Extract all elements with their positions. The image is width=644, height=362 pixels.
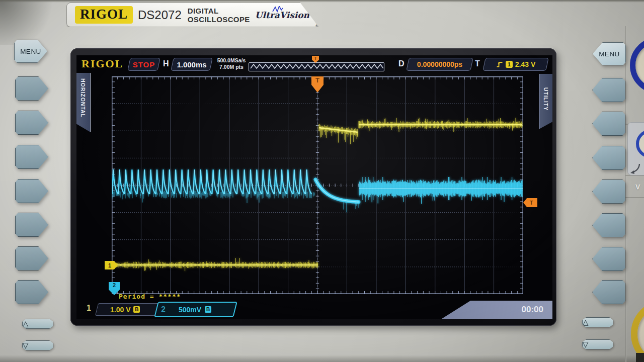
trigger-level-marker[interactable]: T	[523, 198, 537, 207]
ultravision-logo: UltraVision	[255, 10, 309, 20]
menu-label: MENU	[20, 48, 41, 55]
panel-gap	[636, 353, 644, 362]
model-number: DS2072	[138, 8, 182, 22]
left-soft-button-3[interactable]	[15, 145, 47, 168]
photo-corner-shadow	[0, 0, 60, 45]
timebase-box: 1.000ms	[172, 58, 211, 71]
memory-position-bar	[249, 62, 384, 71]
down-arrow-icon: ▽	[583, 340, 589, 348]
lcd-display: RIGOL STOP H 1.000ms 500.0MSa/s 7.00M pt…	[76, 55, 552, 319]
sample-rate: 500.0MSa/s	[214, 57, 249, 64]
right-soft-button-5[interactable]	[592, 213, 624, 236]
clock: 00:00	[522, 305, 543, 315]
right-soft-button-4[interactable]	[592, 179, 624, 203]
waveform-graticule	[112, 76, 523, 294]
right-soft-button-3[interactable]	[592, 146, 624, 169]
up-arrow-icon: △	[583, 318, 589, 326]
delay-label: D	[398, 59, 405, 68]
ultravision-spark-icon	[272, 6, 283, 13]
ch2-status[interactable]: 2 500mV B	[156, 302, 235, 317]
model-badge: RIGOL DS2072 DIGITAL OSCILLOSCOPE UltraV…	[66, 3, 319, 27]
trigger-label: T	[475, 59, 480, 68]
tab-horizontal: HORIZONTAL	[76, 73, 91, 132]
left-soft-button-4[interactable]	[15, 179, 47, 202]
right-soft-button-7[interactable]	[592, 280, 624, 303]
panel-seam	[625, 197, 644, 198]
measurement-readout: Period = *****	[119, 293, 181, 300]
up-arrow-icon: △	[23, 319, 29, 328]
screen-rigol-logo: RIGOL	[82, 57, 123, 70]
left-soft-button-2[interactable]	[15, 111, 47, 134]
trigger-level-value: 2.43 V	[515, 60, 535, 68]
tab-utility: UTILITY	[539, 74, 552, 129]
right-page-down-button[interactable]: ▽	[582, 339, 613, 358]
right-soft-button-6[interactable]	[592, 247, 624, 270]
vertical-section-label: V	[635, 183, 640, 191]
memory-depth: 7.00M pts	[214, 64, 249, 70]
delay-value: 0.00000000ps	[417, 60, 462, 68]
ch1-number: 1	[87, 304, 91, 313]
badge-specs: 2 Channel 70 MHz 2GSa/s	[315, 3, 336, 27]
menu-label: MENU	[599, 50, 620, 58]
ch1-status[interactable]: 1.00 V B	[97, 303, 162, 316]
rotate-arrow-icon	[627, 162, 641, 176]
timebase-value: 1.000ms	[177, 60, 206, 69]
memory-wave-icon	[250, 63, 383, 70]
ch1-bw-limit-badge: B	[133, 306, 140, 313]
memory-trigger-flag-icon: T	[312, 56, 319, 63]
case-top-edge	[0, 0, 644, 3]
right-soft-button-1[interactable]	[592, 78, 624, 101]
left-soft-button-1[interactable]	[15, 76, 47, 100]
case-bottom-edge	[0, 355, 644, 362]
horizontal-label: H	[163, 59, 169, 68]
run-state-box: STOP	[129, 58, 159, 71]
product-type: DIGITAL OSCILLOSCOPE	[188, 7, 250, 24]
trigger-box: 1 2.43 V	[484, 58, 547, 71]
down-arrow-icon: ▽	[23, 341, 29, 349]
right-page-up-button[interactable]: △	[582, 317, 613, 336]
left-soft-button-5[interactable]	[15, 213, 47, 236]
left-page-up-button[interactable]: △	[22, 319, 53, 338]
left-soft-button-7[interactable]	[15, 280, 47, 303]
right-menu-button[interactable]: MENU	[593, 42, 625, 64]
trigger-source-badge: 1	[506, 61, 513, 68]
trigger-slope-icon	[496, 61, 503, 68]
run-state: STOP	[133, 60, 155, 69]
left-menu-button[interactable]: MENU	[14, 40, 46, 62]
clock-strip: 00:00	[442, 301, 552, 319]
delay-box: 0.00000000ps	[408, 58, 472, 71]
horizontal-position-knob[interactable]	[630, 37, 644, 94]
ch2-bw-limit-badge: B	[205, 306, 211, 313]
left-soft-button-6[interactable]	[15, 246, 47, 269]
left-page-down-button[interactable]: ▽	[22, 340, 53, 359]
ch1-scale: 1.00 V	[110, 306, 130, 314]
ch2-number: 2	[161, 305, 166, 314]
rigol-logo: RIGOL	[75, 6, 133, 24]
right-soft-button-2[interactable]	[592, 112, 624, 135]
ch2-scale: 500mV	[179, 306, 201, 314]
acquisition-info: 500.0MSa/s 7.00M pts	[214, 57, 249, 70]
